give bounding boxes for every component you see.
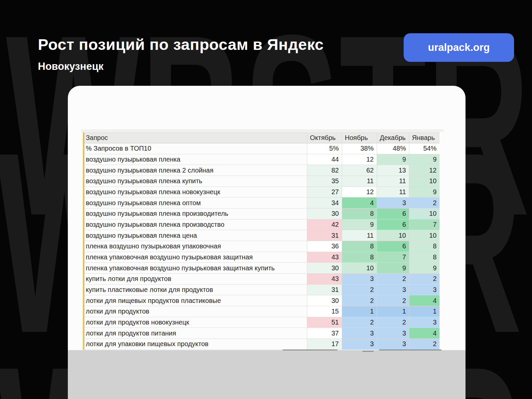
- value-cell[interactable]: 2: [409, 198, 440, 208]
- value-cell[interactable]: 12: [342, 154, 377, 165]
- query-cell[interactable]: купить пластиковые лотки для продуктов: [83, 285, 307, 295]
- site-badge[interactable]: uralpack.org: [404, 33, 514, 62]
- value-cell[interactable]: 44: [307, 154, 342, 165]
- query-cell[interactable]: купить лотки для продуктов: [83, 274, 307, 284]
- value-cell[interactable]: 9: [377, 263, 409, 273]
- value-cell[interactable]: 9: [409, 263, 440, 273]
- query-cell[interactable]: воздушно пузырьковая пленка 2 слойная: [83, 165, 307, 176]
- column-header-0[interactable]: Запрос: [83, 133, 307, 143]
- query-cell[interactable]: воздушно пузырьковая пленка производство: [83, 219, 307, 230]
- value-cell[interactable]: 6: [377, 241, 409, 252]
- value-cell[interactable]: 35: [307, 176, 342, 187]
- value-cell[interactable]: 3: [377, 285, 409, 295]
- value-cell[interactable]: 43: [307, 274, 342, 284]
- value-cell[interactable]: 37: [307, 328, 342, 338]
- query-cell[interactable]: % Запросов в ТОП10: [83, 143, 307, 154]
- value-cell[interactable]: 1: [342, 306, 377, 317]
- value-cell[interactable]: 12: [342, 187, 377, 198]
- value-cell[interactable]: 36: [307, 241, 342, 252]
- value-cell[interactable]: 5%: [307, 143, 342, 154]
- query-cell[interactable]: воздушно пузырьковая пленка оптом: [83, 198, 307, 208]
- value-cell[interactable]: 3: [342, 274, 377, 284]
- value-cell[interactable]: 30: [307, 295, 342, 306]
- value-cell[interactable]: 2: [342, 317, 377, 328]
- value-cell[interactable]: 8: [409, 241, 440, 252]
- value-cell[interactable]: 2: [409, 274, 440, 284]
- value-cell[interactable]: 43: [307, 252, 342, 263]
- value-cell[interactable]: 10: [409, 176, 440, 187]
- value-cell[interactable]: 62: [342, 165, 377, 176]
- value-cell[interactable]: 48%: [377, 143, 409, 154]
- value-cell[interactable]: 11: [377, 187, 409, 198]
- query-cell[interactable]: воздушно пузырьковая пленка цена: [83, 230, 307, 241]
- query-cell[interactable]: воздушно пузырьковая пленка купить: [83, 176, 307, 187]
- value-cell[interactable]: 82: [307, 165, 342, 176]
- value-cell[interactable]: 3: [377, 198, 409, 208]
- value-cell[interactable]: 4: [409, 328, 440, 338]
- value-cell[interactable]: 4: [409, 295, 440, 306]
- column-header-4[interactable]: Январь: [409, 133, 440, 143]
- query-cell[interactable]: пленка упаковочная воздушно пузырьковая …: [83, 252, 307, 263]
- value-cell[interactable]: 30: [307, 263, 342, 273]
- value-cell[interactable]: 3: [377, 328, 409, 338]
- value-cell[interactable]: 8: [342, 241, 377, 252]
- query-cell[interactable]: воздушно пузырьковая пленка новокузнецк: [83, 187, 307, 198]
- value-cell[interactable]: 11: [342, 230, 377, 241]
- query-cell[interactable]: лотки для продуктов питания: [83, 328, 307, 338]
- query-cell[interactable]: лотки для упаковки пищевых продуктов: [83, 339, 307, 349]
- query-cell[interactable]: лотки для пищевых продуктов пластиковые: [83, 295, 307, 306]
- column-header-1[interactable]: Октябрь: [307, 133, 342, 143]
- value-cell[interactable]: 3: [342, 339, 377, 349]
- value-cell[interactable]: 12: [409, 165, 440, 176]
- value-cell[interactable]: 2: [377, 274, 409, 284]
- query-cell[interactable]: пленка воздушно пузырьковая упаковочная: [83, 241, 307, 252]
- value-cell[interactable]: 1: [409, 306, 440, 317]
- value-cell[interactable]: 34: [307, 198, 342, 208]
- value-cell[interactable]: 31: [307, 285, 342, 295]
- value-cell[interactable]: 3: [409, 285, 440, 295]
- value-cell[interactable]: 6: [377, 219, 409, 230]
- column-header-2[interactable]: Ноябрь: [342, 133, 377, 143]
- value-cell[interactable]: 1: [377, 306, 409, 317]
- value-cell[interactable]: 9: [377, 154, 409, 165]
- value-cell[interactable]: 2: [377, 295, 409, 306]
- query-cell[interactable]: пленка упаковочная воздушно пузырьковая …: [83, 263, 307, 273]
- value-cell[interactable]: 10: [409, 230, 440, 241]
- value-cell[interactable]: 13: [377, 165, 409, 176]
- value-cell[interactable]: 54%: [409, 143, 440, 154]
- value-cell[interactable]: 7: [409, 219, 440, 230]
- value-cell[interactable]: 4: [342, 198, 377, 208]
- query-cell[interactable]: воздушно пузырьковая пленка производител…: [83, 208, 307, 219]
- value-cell[interactable]: 9: [342, 219, 377, 230]
- value-cell[interactable]: 3: [342, 328, 377, 338]
- value-cell[interactable]: 17: [307, 339, 342, 349]
- value-cell[interactable]: 8: [409, 252, 440, 263]
- value-cell[interactable]: 42: [307, 219, 342, 230]
- value-cell[interactable]: 11: [342, 176, 377, 187]
- value-cell[interactable]: 31: [307, 230, 342, 241]
- value-cell[interactable]: 3: [377, 339, 409, 349]
- value-cell[interactable]: 2: [377, 317, 409, 328]
- column-header-3[interactable]: Декабрь: [377, 133, 409, 143]
- value-cell[interactable]: 2: [342, 285, 377, 295]
- value-cell[interactable]: 11: [377, 176, 409, 187]
- query-cell[interactable]: лотки для продуктов: [83, 306, 307, 317]
- value-cell[interactable]: 8: [342, 252, 377, 263]
- value-cell[interactable]: 10: [342, 263, 377, 273]
- query-cell[interactable]: лотки для продуктов новокузнецк: [83, 317, 307, 328]
- value-cell[interactable]: 9: [409, 154, 440, 165]
- value-cell[interactable]: 8: [342, 208, 377, 219]
- value-cell[interactable]: 10: [409, 208, 440, 219]
- value-cell[interactable]: 7: [377, 252, 409, 263]
- value-cell[interactable]: 6: [377, 208, 409, 219]
- value-cell[interactable]: 2: [342, 295, 377, 306]
- value-cell[interactable]: 38%: [342, 143, 377, 154]
- value-cell[interactable]: 15: [307, 306, 342, 317]
- query-cell[interactable]: воздушно пузырьковая пленка: [83, 154, 307, 165]
- value-cell[interactable]: 10: [377, 230, 409, 241]
- value-cell[interactable]: 2: [409, 339, 440, 349]
- value-cell[interactable]: 3: [409, 317, 440, 328]
- value-cell[interactable]: 9: [409, 187, 440, 198]
- value-cell[interactable]: 51: [307, 317, 342, 328]
- value-cell[interactable]: 30: [307, 208, 342, 219]
